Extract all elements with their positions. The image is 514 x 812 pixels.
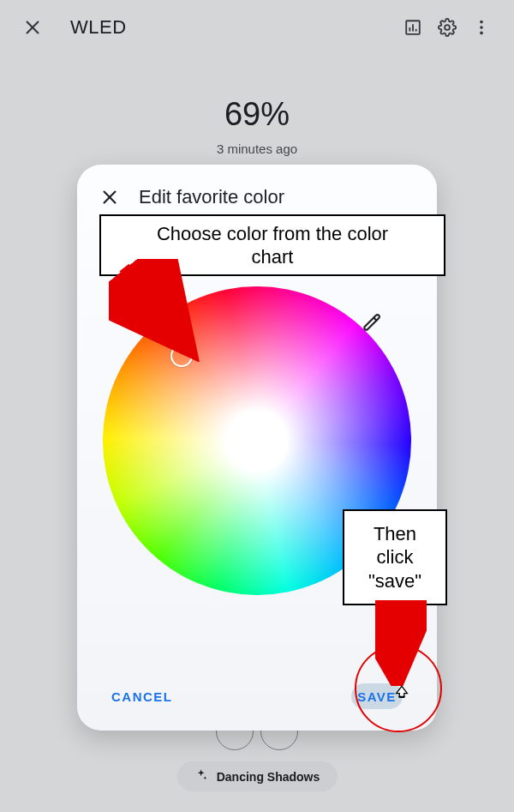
cancel-button[interactable]: CANCEL (103, 681, 182, 713)
annotation-step1: Choose color from the color chart (99, 214, 445, 276)
color-selection-ring (170, 345, 193, 367)
save-button[interactable]: SAVE (349, 681, 405, 713)
annotation-step2: Then click "save" (343, 509, 447, 605)
modal-title: Edit favorite color (139, 186, 284, 208)
close-icon[interactable] (98, 185, 122, 209)
